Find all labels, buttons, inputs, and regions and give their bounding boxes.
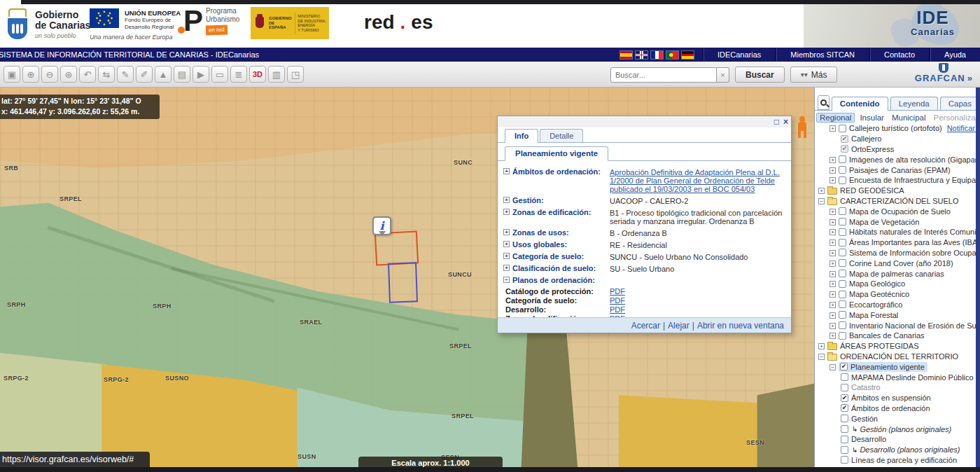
layer-checkbox[interactable]	[841, 436, 848, 443]
buscar-button[interactable]: Buscar	[735, 67, 785, 83]
expand-plus-icon[interactable]: +	[503, 168, 510, 174]
draw-button[interactable]: ✎	[117, 66, 134, 83]
notify-error-link[interactable]: Notificar error	[947, 124, 980, 132]
tree-row[interactable]: −CARACTERIZACIÓN DEL SUELO	[815, 196, 980, 207]
layer-checkbox[interactable]	[839, 228, 846, 236]
layer-checkbox[interactable]	[839, 155, 846, 163]
expand-plus-icon[interactable]: +	[830, 219, 836, 225]
collapse-minus-icon[interactable]: −	[818, 354, 825, 360]
layer-checkbox[interactable]	[839, 218, 846, 225]
scope-insular[interactable]: Insular	[857, 113, 887, 122]
tree-row[interactable]: +ÁREAS PROTEGIDAS	[815, 341, 980, 352]
measure-button[interactable]: ✐	[136, 66, 153, 83]
plano-pdf-link[interactable]: PDF	[610, 296, 625, 304]
layer-checkbox[interactable]: ✔	[841, 404, 848, 412]
expand-plus-icon[interactable]: +	[503, 253, 510, 259]
scope-municipal[interactable]: Municipal	[889, 113, 929, 122]
print-button[interactable]: ▤	[174, 66, 190, 83]
expand-plus-icon[interactable]: +	[503, 241, 510, 247]
tree-row[interactable]: Catastro	[815, 382, 980, 393]
footer-link-0[interactable]: Acercar	[631, 321, 660, 331]
layer-checkbox[interactable]	[839, 321, 846, 329]
expand-plus-icon[interactable]: +	[503, 209, 510, 215]
tree-row[interactable]: +Imágenes de alta resolución (Gigapan)	[815, 154, 980, 165]
layer-checkbox[interactable]	[839, 166, 846, 174]
layer-checkbox[interactable]	[841, 446, 848, 454]
nav-item-miembros-sitcan[interactable]: Miembros SITCAN	[775, 48, 869, 62]
tree-row[interactable]: +RED GEODÉSICA	[815, 186, 980, 196]
tree-row[interactable]: +Mapa Geotécnico	[815, 289, 980, 300]
tree-row[interactable]: ✔Callejero	[815, 134, 980, 144]
layer-checkbox[interactable]	[839, 249, 846, 256]
nav-item-idecanarias[interactable]: IDECanarias	[702, 48, 775, 62]
collapse-minus-icon[interactable]: −	[830, 364, 836, 370]
layer-checkbox[interactable]	[841, 415, 848, 422]
full-extent-button[interactable]: ▣	[4, 66, 20, 83]
tree-row[interactable]: MAPAMA Deslinde Dominio Público Marítim	[815, 372, 980, 382]
expand-plus-icon[interactable]: +	[503, 229, 510, 235]
expand-plus-icon[interactable]: +	[830, 271, 836, 277]
tree-row[interactable]: +Mapa Geológico	[815, 279, 980, 289]
expand-plus-icon[interactable]: +	[830, 177, 836, 183]
expand-plus-icon[interactable]: +	[830, 323, 836, 329]
layer-checkbox[interactable]: ✔	[841, 145, 848, 153]
tree-row[interactable]: +Mapa Forestal	[815, 310, 980, 320]
previous-view-button[interactable]: ↶	[79, 66, 96, 83]
expand-plus-icon[interactable]: +	[830, 209, 836, 215]
uk-flag-icon[interactable]	[636, 51, 648, 59]
expand-plus-icon[interactable]: +	[830, 167, 836, 174]
layer-checkbox[interactable]	[841, 456, 848, 464]
tree-row[interactable]: −ORDENACIÓN DEL TERRITORIO	[815, 352, 980, 362]
layer-checkbox[interactable]: ✔	[841, 135, 848, 143]
layer-checkbox[interactable]: ✔	[840, 363, 848, 370]
expand-plus-icon[interactable]: +	[830, 125, 836, 132]
footer-link-2[interactable]: Abrir en nueva ventana	[697, 321, 784, 331]
tree-row[interactable]: +Mapa de palmeras canarias	[815, 268, 980, 279]
zoom-out-button[interactable]: ⊖	[41, 66, 58, 83]
portugal-flag-icon[interactable]	[666, 51, 678, 59]
share-arrow-button[interactable]: ▶	[192, 66, 209, 83]
tree-row[interactable]: +Ecocartográfico	[815, 300, 980, 310]
layer-checkbox[interactable]	[839, 176, 846, 184]
terrain-button[interactable]: ▲	[155, 66, 172, 83]
layer-checkbox[interactable]	[839, 207, 846, 215]
tree-row[interactable]: ↳Desarrollo (planos originales)	[815, 445, 980, 455]
plano-pdf-link[interactable]: PDF	[610, 287, 625, 295]
tree-row[interactable]: +Mapa de Vegetación	[815, 216, 980, 227]
layer-checkbox[interactable]	[841, 425, 848, 433]
expand-plus-icon[interactable]: +	[830, 157, 836, 163]
view-history-button[interactable]: ⇆	[98, 66, 115, 83]
nav-item-contacto[interactable]: Contacto	[869, 48, 929, 62]
export-button[interactable]: ◳	[287, 66, 304, 83]
tree-row[interactable]: +Paisajes de Canarias (EPAM)	[815, 165, 980, 175]
info-marker-icon[interactable]: i	[372, 216, 391, 235]
layer-checkbox[interactable]	[841, 373, 848, 381]
layer-checkbox[interactable]	[839, 300, 846, 308]
tree-row[interactable]: ✔OrtoExpress	[815, 144, 980, 155]
tree-row[interactable]: −✔Planeamiento vigente	[815, 361, 980, 372]
sidebar-search-button[interactable]	[818, 95, 830, 110]
expand-plus-icon[interactable]: +	[830, 250, 836, 256]
footer-link-1[interactable]: Alejar	[668, 321, 690, 331]
expand-plus-icon[interactable]: +	[818, 343, 825, 349]
field-value-link[interactable]: Aprobación Definitiva de Adaptación Plen…	[610, 168, 780, 193]
plano-pdf-link[interactable]: PDF	[610, 305, 625, 313]
germany-flag-icon[interactable]	[682, 51, 694, 59]
tree-row[interactable]: +Mapa de Ocupación de Suelo	[815, 206, 980, 216]
france-flag-icon[interactable]	[651, 51, 663, 59]
layer-checkbox[interactable]	[839, 259, 846, 267]
mas-button[interactable]: ▾▾Más	[790, 67, 838, 83]
scope-personalizado[interactable]: Personalizado	[931, 113, 980, 122]
layer-checkbox[interactable]	[839, 332, 846, 340]
tab-capas[interactable]: Capas	[940, 97, 980, 110]
layer-checkbox[interactable]	[839, 280, 846, 288]
expand-plus-icon[interactable]: +	[830, 240, 836, 246]
layer-checkbox[interactable]	[839, 239, 846, 247]
expand-plus-icon[interactable]: +	[830, 261, 836, 267]
layer-checkbox[interactable]: ✔	[841, 394, 848, 402]
minimize-icon[interactable]: □	[774, 117, 779, 127]
layer-checkbox[interactable]	[839, 311, 846, 319]
tree-row[interactable]: +Áreas Importantes para las Aves (IBAS)	[815, 237, 980, 248]
expand-plus-icon[interactable]: +	[830, 333, 836, 339]
tree-row[interactable]: Desarrollo	[815, 434, 980, 445]
